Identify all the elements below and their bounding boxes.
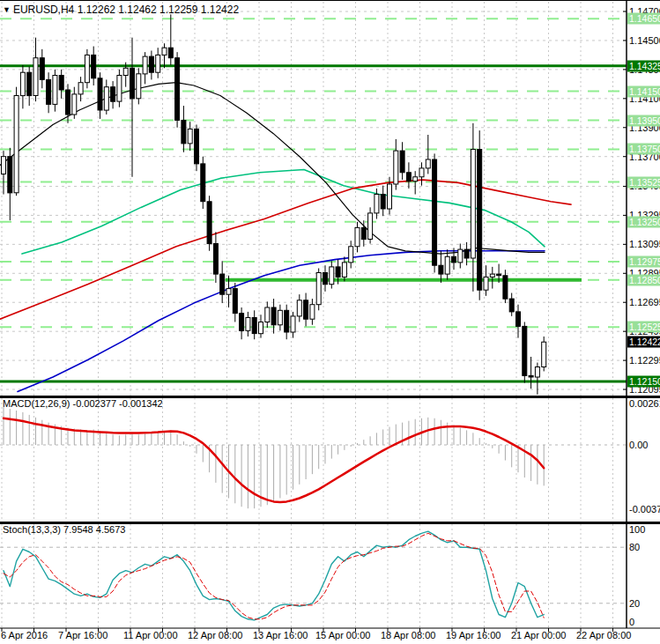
chart-symbol-label: EURUSD,H4 [13, 4, 74, 16]
stoch-axis-label: 20 [629, 598, 640, 609]
ma-black-line [0, 83, 545, 254]
time-axis-label: 12 Apr 08:00 [188, 630, 242, 640]
current-price-badge: 1.12422 [627, 337, 660, 348]
macd-histogram [4, 407, 544, 508]
chart-window: ▼EURUSD,H4 1.12262 1.12462 1.12259 1.124… [0, 0, 660, 644]
price-axis-label: 1.12295 [629, 355, 660, 366]
time-axis-label: 13 Apr 16:00 [253, 630, 308, 640]
macd-axis-label: 0.00 [629, 440, 648, 450]
time-axis-label: 18 Apr 08:00 [381, 630, 435, 640]
chart-title: ▼EURUSD,H4 1.12262 1.12462 1.12259 1.124… [3, 4, 239, 16]
price-level-badge: 1.13950 [627, 115, 660, 126]
time-axis-label: 22 Apr 08:00 [576, 630, 631, 640]
chart-ohlc-values: 1.12262 1.12462 1.12259 1.12422 [78, 4, 240, 16]
macd-indicator-label: MACD(12,26,9) -0.002377 -0.001342 [3, 398, 163, 409]
price-level-badge: 1.14650 [627, 13, 660, 25]
time-axis-label: 19 Apr 16:00 [446, 630, 501, 640]
price-axis-label: 1.13095 [629, 239, 660, 249]
price-level-badge: 1.12975 [627, 256, 660, 268]
time-axis-label: 15 Apr 00:00 [315, 630, 370, 640]
stoch-d-line [4, 533, 544, 619]
price-level-badge: 1.14150 [627, 85, 660, 97]
price-level-badge: 1.13750 [627, 144, 660, 155]
candlestick-series [2, 14, 546, 394]
key-level-badge: 1.14325 [627, 60, 660, 71]
time-axis-label: 6 Apr 2016 [1, 630, 48, 640]
ma-red-line [0, 180, 571, 319]
symbol-marker-icon[interactable]: ▼ [3, 5, 11, 14]
stoch-axis-label: 80 [629, 542, 640, 552]
stoch-axis-label: 100 [629, 524, 645, 535]
price-level-badge: 1.12850 [627, 274, 660, 285]
time-axis-label: 11 Apr 00:00 [123, 630, 178, 640]
macd-axis-label: 0.002619 [629, 398, 660, 409]
price-level-badge: 1.12525 [627, 322, 660, 333]
time-axis-label: 7 Apr 16:00 [58, 630, 108, 640]
price-level-badge: 1.13250 [627, 216, 660, 227]
stoch-indicator-label: Stoch(13,3,3) 7.9548 4.5673 [3, 524, 125, 535]
price-axis-label: 1.14500 [629, 35, 660, 46]
macd-axis-label: -0.003732 [629, 504, 660, 514]
key-level-badge: 1.12150 [627, 375, 660, 387]
time-axis-label: 21 Apr 00:00 [511, 630, 566, 640]
stoch-axis-label: 0 [629, 617, 634, 627]
chart-canvas [0, 1, 660, 644]
price-axis-label: 1.12695 [629, 297, 660, 307]
price-level-badge: 1.13525 [627, 176, 660, 188]
